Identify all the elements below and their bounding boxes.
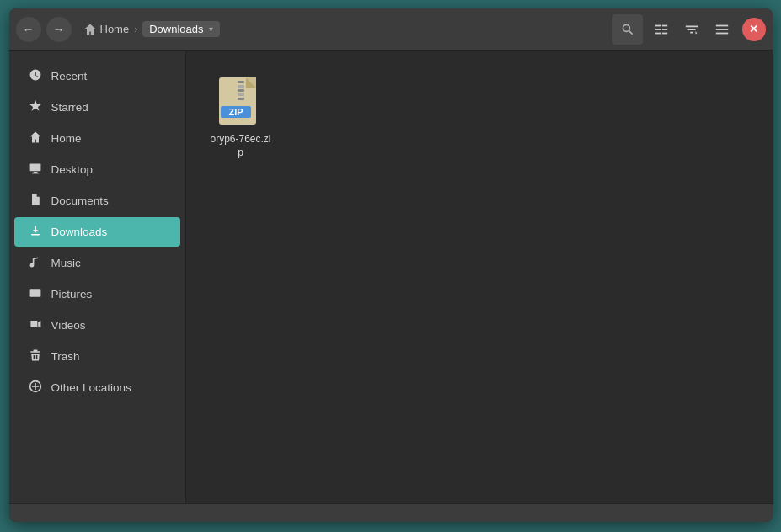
sort-button[interactable]	[678, 16, 705, 43]
downloads-icon	[28, 224, 43, 240]
documents-icon	[28, 193, 43, 209]
sidebar-item-trash[interactable]: Trash	[14, 342, 180, 371]
sidebar-item-desktop[interactable]: Desktop	[14, 155, 180, 184]
sidebar-item-starred-label: Starred	[51, 101, 88, 114]
sidebar-item-downloads[interactable]: Downloads	[14, 217, 180, 247]
zip-file-icon: ZIP	[214, 74, 268, 128]
svg-rect-24	[238, 89, 244, 92]
sidebar-item-documents[interactable]: Documents	[14, 186, 180, 215]
svg-rect-5	[661, 24, 666, 26]
file-icon-wrap: ZIP	[214, 74, 268, 128]
sidebar-item-recent-label: Recent	[51, 70, 88, 82]
breadcrumb-dropdown-arrow: ▾	[209, 24, 213, 34]
home-icon	[83, 23, 97, 36]
toolbar: ← → Home › Downloads ▾	[9, 8, 773, 51]
hamburger-icon	[714, 22, 730, 37]
svg-rect-4	[655, 32, 660, 34]
videos-icon	[28, 317, 43, 333]
bottom-bar	[9, 503, 773, 522]
svg-point-15	[32, 291, 35, 294]
svg-rect-12	[33, 172, 37, 173]
svg-rect-6	[661, 29, 666, 30]
search-icon	[621, 23, 634, 36]
sidebar-item-pictures-label: Pictures	[51, 288, 93, 301]
svg-rect-8	[715, 24, 727, 26]
svg-rect-22	[238, 81, 244, 83]
desktop-icon	[28, 162, 43, 178]
sidebar-item-desktop-label: Desktop	[51, 163, 94, 176]
svg-rect-13	[32, 173, 39, 174]
sidebar-item-videos[interactable]: Videos	[14, 311, 180, 340]
search-button[interactable]	[612, 14, 643, 45]
sidebar: Recent Starred Home Desktop	[9, 51, 186, 503]
file-grid: ZIP oryp6-76ec.zip	[203, 67, 756, 166]
sidebar-item-music-label: Music	[51, 257, 81, 269]
sidebar-item-recent[interactable]: Recent	[14, 61, 180, 91]
sidebar-item-home-label: Home	[51, 132, 82, 145]
sidebar-item-documents-label: Documents	[51, 194, 109, 207]
pictures-icon	[28, 286, 43, 302]
sidebar-item-music[interactable]: Music	[14, 248, 180, 278]
sort-icon	[684, 22, 699, 37]
svg-rect-2	[655, 24, 660, 26]
sidebar-item-videos-label: Videos	[51, 319, 86, 332]
sidebar-item-other-locations[interactable]: Other Locations	[14, 373, 180, 402]
svg-rect-26	[238, 98, 244, 100]
svg-rect-9	[715, 29, 727, 30]
sidebar-item-starred[interactable]: Starred	[14, 93, 180, 122]
file-name: oryp6-76ec.zip	[210, 133, 272, 159]
back-button[interactable]: ←	[16, 17, 41, 42]
sidebar-item-downloads-label: Downloads	[51, 226, 108, 238]
menu-button[interactable]	[709, 16, 736, 43]
svg-rect-3	[655, 29, 660, 30]
breadcrumb: Home › Downloads ▾	[77, 16, 607, 43]
svg-rect-10	[715, 32, 727, 34]
toolbar-actions: ✕	[648, 16, 766, 43]
sidebar-item-trash-label: Trash	[51, 350, 80, 363]
file-manager-window: ← → Home › Downloads ▾	[9, 8, 773, 522]
trash-icon	[28, 348, 43, 364]
svg-line-1	[629, 30, 632, 34]
breadcrumb-home[interactable]: Home	[83, 23, 130, 36]
starred-icon	[28, 99, 43, 115]
file-area[interactable]: ZIP oryp6-76ec.zip	[186, 51, 773, 503]
file-item[interactable]: ZIP oryp6-76ec.zip	[203, 67, 279, 166]
main-area: Recent Starred Home Desktop	[9, 51, 773, 503]
close-button[interactable]: ✕	[742, 18, 766, 41]
breadcrumb-current[interactable]: Downloads ▾	[142, 21, 219, 37]
forward-button[interactable]: →	[46, 17, 72, 42]
sidebar-item-other-locations-label: Other Locations	[51, 381, 131, 394]
other-locations-icon	[28, 380, 43, 396]
sidebar-item-home[interactable]: Home	[14, 124, 180, 153]
sidebar-item-pictures[interactable]: Pictures	[14, 279, 180, 309]
svg-rect-23	[238, 85, 244, 88]
svg-point-0	[623, 24, 629, 31]
svg-text:ZIP: ZIP	[228, 107, 243, 117]
view-options-button[interactable]	[648, 16, 675, 43]
svg-rect-7	[661, 32, 666, 34]
breadcrumb-separator: ›	[134, 24, 137, 35]
home-sidebar-icon	[28, 130, 43, 146]
recent-icon	[28, 68, 43, 84]
svg-rect-25	[238, 93, 244, 96]
music-icon	[28, 255, 43, 271]
view-options-icon	[654, 22, 669, 37]
svg-rect-11	[29, 163, 40, 171]
